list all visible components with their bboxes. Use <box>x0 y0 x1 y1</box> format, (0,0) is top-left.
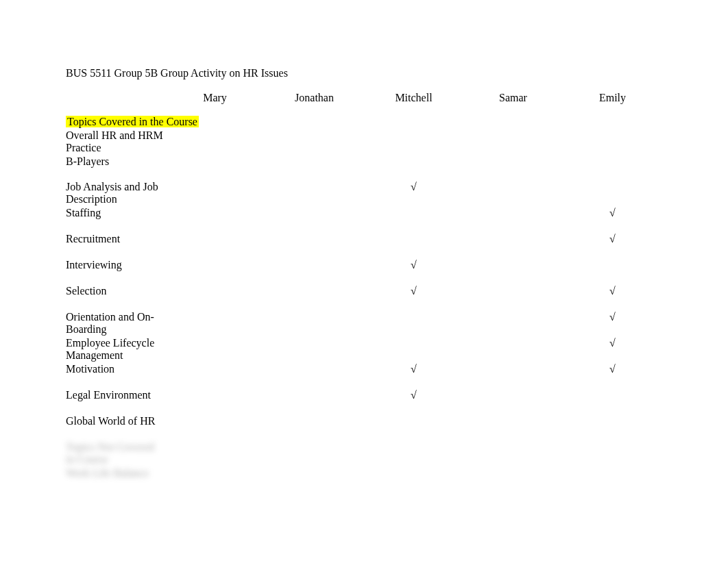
hr-topics-table: Mary Jonathan Mitchell Samar Emily Topic… <box>66 89 662 480</box>
header-mary: Mary <box>165 89 265 115</box>
table-row: B-Players <box>66 155 662 168</box>
cell-mitchell: √ <box>364 258 463 284</box>
table-row: Selection √ √ <box>66 284 662 310</box>
cell-mitchell <box>364 155 463 168</box>
cell-mitchell <box>364 129 463 155</box>
cell-mary <box>165 129 265 155</box>
cell-emily: √ <box>563 336 662 362</box>
cell-mitchell: √ <box>364 362 463 388</box>
cell-mitchell <box>364 310 463 336</box>
cell-emily <box>563 155 662 168</box>
cell-emily <box>563 414 662 440</box>
table-row: Interviewing √ <box>66 258 662 284</box>
cell-emily: √ <box>563 232 662 258</box>
cell-emily: √ <box>563 362 662 388</box>
cell-samar <box>463 155 563 168</box>
cell-jonathan <box>265 336 364 362</box>
blurred-label: Topics Not Covered in Course <box>66 440 165 466</box>
header-empty <box>66 89 165 115</box>
cell-mary <box>165 414 265 440</box>
table-row: Employee Lifecycle Management √ <box>66 336 662 362</box>
row-label: Staffing <box>66 206 165 232</box>
cell-mitchell: √ <box>364 168 463 206</box>
cell-samar <box>463 414 563 440</box>
cell-mary <box>165 284 265 310</box>
row-label: Global World of HR <box>66 414 165 440</box>
cell-jonathan <box>265 258 364 284</box>
cell-jonathan <box>265 206 364 232</box>
blurred-row: Work Life Balance <box>66 466 662 480</box>
cell-jonathan <box>265 362 364 388</box>
cell-mary <box>165 258 265 284</box>
cell-jonathan <box>265 155 364 168</box>
section-heading-row: Topics Covered in the Course <box>66 115 662 129</box>
cell-mary <box>165 362 265 388</box>
cell-mary <box>165 168 265 206</box>
cell-mitchell: √ <box>364 388 463 414</box>
cell-samar <box>463 206 563 232</box>
row-label: Overall HR and HRM Practice <box>66 129 165 155</box>
cell-mitchell: √ <box>364 284 463 310</box>
cell-mitchell <box>364 232 463 258</box>
cell-jonathan <box>265 414 364 440</box>
row-label: Interviewing <box>66 258 165 284</box>
cell-mary <box>165 388 265 414</box>
cell-samar <box>463 310 563 336</box>
cell-samar <box>463 232 563 258</box>
cell-emily <box>563 168 662 206</box>
header-mitchell: Mitchell <box>364 89 463 115</box>
cell-emily <box>563 388 662 414</box>
cell-jonathan <box>265 232 364 258</box>
cell-emily: √ <box>563 284 662 310</box>
cell-mitchell <box>364 336 463 362</box>
header-row: Mary Jonathan Mitchell Samar Emily <box>66 89 662 115</box>
cell-samar <box>463 362 563 388</box>
cell-emily <box>563 258 662 284</box>
header-samar: Samar <box>463 89 563 115</box>
blurred-label: Work Life Balance <box>66 466 165 480</box>
table-row: Motivation √ √ <box>66 362 662 388</box>
cell-jonathan <box>265 168 364 206</box>
cell-mary <box>165 310 265 336</box>
cell-jonathan <box>265 129 364 155</box>
table-row: Global World of HR <box>66 414 662 440</box>
row-label: Selection <box>66 284 165 310</box>
cell-samar <box>463 129 563 155</box>
table-row: Job Analysis and Job Description √ <box>66 168 662 206</box>
cell-samar <box>463 388 563 414</box>
row-label: Legal Environment <box>66 388 165 414</box>
cell-mary <box>165 206 265 232</box>
cell-mary <box>165 232 265 258</box>
row-label: Motivation <box>66 362 165 388</box>
row-label: Recruitment <box>66 232 165 258</box>
cell-emily: √ <box>563 310 662 336</box>
row-label: Job Analysis and Job Description <box>66 168 165 206</box>
table-row: Overall HR and HRM Practice <box>66 129 662 155</box>
table-row: Legal Environment √ <box>66 388 662 414</box>
table-row: Orientation and On-Boarding √ <box>66 310 662 336</box>
cell-mary <box>165 336 265 362</box>
cell-emily <box>563 129 662 155</box>
header-jonathan: Jonathan <box>265 89 364 115</box>
cell-jonathan <box>265 388 364 414</box>
cell-samar <box>463 168 563 206</box>
page-title: BUS 5511 Group 5B Group Activity on HR I… <box>66 67 662 79</box>
row-label: Employee Lifecycle Management <box>66 336 165 362</box>
cell-samar <box>463 336 563 362</box>
cell-emily: √ <box>563 206 662 232</box>
section-heading: Topics Covered in the Course <box>66 116 199 127</box>
cell-samar <box>463 284 563 310</box>
cell-mary <box>165 155 265 168</box>
cell-jonathan <box>265 310 364 336</box>
cell-samar <box>463 258 563 284</box>
table-row: Staffing √ <box>66 206 662 232</box>
header-emily: Emily <box>563 89 662 115</box>
cell-jonathan <box>265 284 364 310</box>
table-row: Recruitment √ <box>66 232 662 258</box>
cell-mitchell <box>364 414 463 440</box>
row-label: B-Players <box>66 155 165 168</box>
blurred-row: Topics Not Covered in Course <box>66 440 662 466</box>
row-label: Orientation and On-Boarding <box>66 310 165 336</box>
cell-mitchell <box>364 206 463 232</box>
